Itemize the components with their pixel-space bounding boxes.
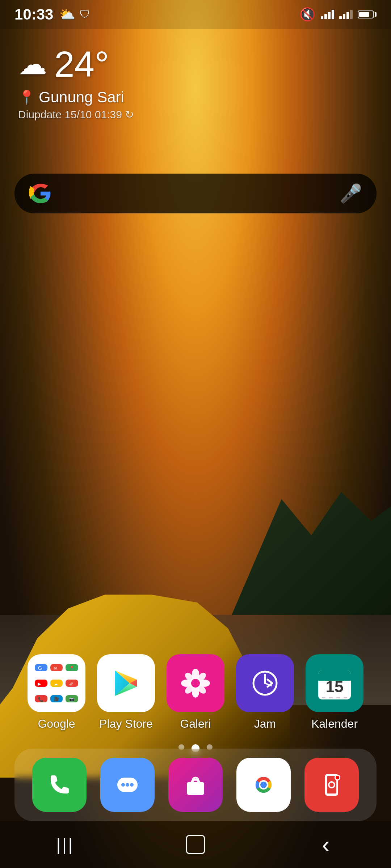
signal-bar: [321, 16, 323, 19]
signal-bar: [343, 14, 345, 19]
app-item-galeri[interactable]: Galeri: [167, 654, 224, 731]
signal-bar: [346, 12, 349, 19]
svg-text:📞: 📞: [38, 697, 43, 702]
folder-app-icon: 🗞: [66, 680, 78, 687]
nav-bar: ||| ‹: [0, 821, 391, 868]
messages-logo: [113, 770, 142, 799]
kalender-logo: 15: [313, 661, 356, 705]
dock-item-shop[interactable]: [168, 758, 223, 812]
app-label-kalender: Kalender: [311, 717, 358, 731]
jam-icon[interactable]: [236, 654, 294, 712]
status-time: 10:33: [14, 6, 53, 23]
mute-icon: 🔇: [299, 7, 316, 22]
app-label-galeri: Galeri: [180, 717, 211, 731]
status-bar-left: 10:33 ⛅ 🛡: [14, 6, 91, 23]
shop-icon[interactable]: [168, 758, 223, 812]
dock-item-chrome[interactable]: [236, 758, 291, 812]
kalender-icon[interactable]: 15: [306, 654, 363, 712]
svg-point-35: [121, 783, 125, 787]
svg-point-44: [260, 782, 267, 788]
svg-text:🎥: 🎥: [54, 696, 59, 702]
app-grid: G ✉ 📍 ▶ ☁ 🗞 📞: [0, 654, 391, 738]
shop-logo: [181, 770, 210, 799]
weather-widget: ☁ 24° 📍 Gunung Sari Diupdate 15/10 01:39…: [18, 43, 134, 121]
svg-point-22: [191, 679, 200, 688]
camera-recorder-icon[interactable]: [304, 758, 359, 812]
folder-app-icon: 🎥: [50, 695, 63, 702]
back-icon: ‹: [322, 831, 329, 858]
svg-text:G: G: [38, 665, 42, 671]
signal-bar: [328, 12, 331, 19]
signal-bar: [339, 16, 342, 19]
jam-logo: [249, 667, 281, 699]
svg-point-37: [130, 783, 134, 787]
chrome-logo: [244, 765, 283, 805]
mic-icon[interactable]: 🎤: [340, 183, 362, 204]
svg-point-50: [336, 776, 339, 779]
battery-body: [358, 10, 374, 18]
status-bar-right: 🔇: [299, 7, 377, 22]
svg-text:🗞: 🗞: [69, 681, 73, 686]
folder-app-icon: 📷: [66, 695, 78, 702]
folder-app-icon: ☁: [50, 680, 63, 687]
svg-text:📷: 📷: [69, 696, 75, 702]
folder-app-icon: ✉: [50, 664, 63, 671]
weather-update-time: Diupdate 15/10 01:39 ↻: [18, 108, 134, 121]
google-logo: [29, 182, 52, 205]
app-item-kalender[interactable]: 15 Kalender: [306, 654, 363, 731]
battery-fill: [359, 12, 369, 17]
home-button[interactable]: [177, 834, 214, 855]
google-search-bar[interactable]: 🎤: [14, 174, 377, 213]
phone-logo: [45, 770, 74, 799]
svg-text:15: 15: [326, 678, 344, 695]
svg-text:✉: ✉: [54, 666, 57, 671]
cloud-icon: ☁: [18, 47, 47, 81]
location-pin-icon: 📍: [18, 89, 35, 105]
dock-item-phone[interactable]: [32, 758, 87, 812]
google-folder-icon[interactable]: G ✉ 📍 ▶ ☁ 🗞 📞: [28, 654, 85, 712]
location-name: Gunung Sari: [39, 89, 124, 106]
signal-bars-1: [321, 10, 334, 19]
messages-icon[interactable]: [100, 758, 155, 812]
recent-apps-button[interactable]: |||: [47, 834, 83, 855]
app-label-jam: Jam: [254, 717, 276, 731]
play-store-icon[interactable]: [97, 654, 155, 712]
svg-point-48: [329, 783, 334, 787]
galeri-icon[interactable]: [167, 654, 224, 712]
svg-point-36: [126, 783, 129, 787]
home-icon: [186, 835, 205, 854]
location-row: 📍 Gunung Sari: [18, 89, 134, 106]
camera-recorder-logo: [317, 770, 346, 799]
status-icons-left: ⛅ 🛡: [59, 7, 91, 22]
weather-status-icon: ⛅: [59, 7, 75, 22]
back-button[interactable]: ‹: [308, 834, 344, 855]
galeri-logo: [179, 667, 212, 699]
shield-icon: 🛡: [80, 8, 91, 21]
weather-temp-row: ☁ 24°: [18, 43, 134, 85]
folder-app-icon: ▶: [35, 680, 47, 687]
app-item-play-store[interactable]: Play Store: [97, 654, 155, 731]
app-label-google: Google: [38, 717, 75, 731]
svg-text:☁: ☁: [54, 681, 58, 686]
app-row: G ✉ 📍 ▶ ☁ 🗞 📞: [22, 654, 369, 731]
folder-app-icon: G: [35, 664, 47, 671]
dock-item-messages[interactable]: [100, 758, 155, 812]
app-item-google-folder[interactable]: G ✉ 📍 ▶ ☁ 🗞 📞: [28, 654, 85, 731]
play-store-logo: [110, 667, 142, 699]
app-item-jam[interactable]: Jam: [236, 654, 294, 731]
dock-item-camera-recorder[interactable]: [304, 758, 359, 812]
phone-icon[interactable]: [32, 758, 87, 812]
chrome-icon[interactable]: [236, 758, 291, 812]
app-label-play-store: Play Store: [99, 717, 153, 731]
signal-bar: [332, 10, 334, 19]
battery-indicator: [358, 10, 377, 18]
signal-bars-2: [339, 10, 353, 19]
folder-app-icon: 📞: [35, 695, 47, 702]
signal-bar: [350, 10, 353, 19]
signal-bar: [324, 14, 327, 19]
recent-apps-icon: |||: [56, 835, 74, 855]
svg-text:📍: 📍: [69, 665, 75, 671]
temperature-display: 24°: [54, 43, 109, 85]
svg-text:▶: ▶: [38, 681, 41, 686]
dock: [14, 749, 377, 821]
